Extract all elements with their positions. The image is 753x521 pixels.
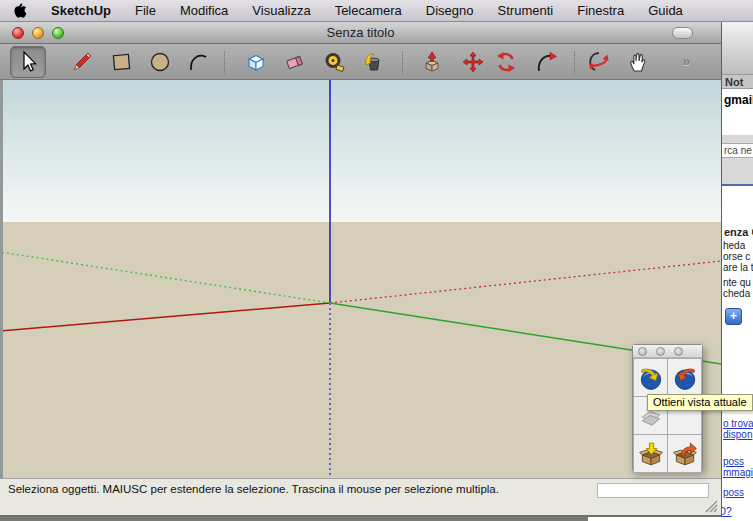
pencil-icon [70, 50, 94, 74]
menu-bar: SketchUp File Modifica Visualizza Teleca… [0, 0, 753, 22]
bw-text-line: orse c [723, 251, 750, 262]
bw-link[interactable]: poss [723, 456, 744, 467]
bw-text-line: are la t [723, 262, 753, 273]
background-browser-toolbar [722, 135, 753, 143]
menu-item-strumenti[interactable]: Strumenti [498, 3, 554, 18]
menu-item-visualizza[interactable]: Visualizza [252, 3, 310, 18]
bw-link[interactable]: poss [723, 487, 744, 498]
move-icon [461, 50, 485, 74]
eraser-icon [284, 50, 308, 74]
tooltip: Ottieni vista attuale [647, 394, 753, 411]
background-browser-search-field[interactable]: rca ne [722, 143, 753, 158]
background-browser-tab[interactable]: Not [722, 75, 753, 89]
status-message: Seleziona oggetti. MAIUSC per estendere … [8, 483, 553, 497]
background-browser-bar [722, 158, 753, 184]
tool-follow-me[interactable] [530, 47, 562, 77]
circle-icon [148, 50, 172, 74]
drawing-canvas[interactable] [0, 80, 721, 478]
globe-orange-arrow-icon [672, 365, 698, 391]
menu-item-telecamera[interactable]: Telecamera [335, 3, 402, 18]
menu-item-file[interactable]: File [135, 3, 156, 18]
tool-paint-bucket[interactable] [357, 47, 389, 77]
background-browser-chrome [722, 22, 753, 75]
tool-line[interactable] [66, 47, 98, 77]
bw-text-line: cheda [723, 288, 750, 299]
tool-move[interactable] [457, 47, 489, 77]
share-view-button[interactable] [668, 359, 701, 396]
bw-text-line: nte qu [723, 277, 751, 288]
bw-section-title: enza C [724, 226, 753, 238]
tool-push-pull[interactable] [416, 47, 448, 77]
toolbar-overflow-chevron[interactable]: » [682, 52, 688, 69]
desktop-bottom-strip [0, 517, 588, 521]
menu-item-sketchup[interactable]: SketchUp [51, 3, 111, 18]
push-pull-icon [420, 50, 444, 74]
sketchup-window: Senza titolo [0, 22, 722, 517]
arc-icon [186, 50, 210, 74]
window-left-edge [0, 80, 3, 478]
component-box-icon [244, 50, 268, 74]
toolbar: » [0, 44, 721, 80]
toolbar-divider [574, 51, 575, 74]
pan-hand-icon [626, 50, 650, 74]
tool-tape-measure[interactable] [318, 47, 350, 77]
get-models-button[interactable] [634, 435, 667, 472]
menu-item-guida[interactable]: Guida [648, 3, 683, 18]
paint-bucket-icon [361, 50, 385, 74]
tape-measure-icon [322, 50, 346, 74]
globe-yellow-arrow-icon [638, 365, 664, 391]
tool-pan[interactable] [622, 47, 654, 77]
resize-grip-icon[interactable] [703, 498, 719, 514]
tool-orbit[interactable] [583, 47, 615, 77]
menu-item-finestra[interactable]: Finestra [577, 3, 624, 18]
palette-close-button[interactable] [638, 347, 647, 356]
measurements-box[interactable] [597, 483, 709, 498]
toolbar-toggle-button[interactable] [672, 27, 693, 39]
rectangle-icon [110, 50, 134, 74]
title-bar[interactable]: Senza titolo [0, 22, 721, 44]
tool-make-component[interactable] [240, 47, 272, 77]
select-arrow-icon [16, 50, 40, 74]
background-browser-heading: gmail [722, 89, 753, 135]
menu-item-modifica[interactable]: Modifica [180, 3, 228, 18]
bw-add-button[interactable]: + [725, 308, 742, 325]
tool-select[interactable] [10, 46, 46, 78]
apple-menu[interactable] [14, 3, 27, 18]
tool-rotate[interactable] [490, 47, 522, 77]
apple-logo-icon [14, 3, 27, 18]
toolbar-divider [224, 51, 225, 74]
bw-text-line: heda [723, 240, 745, 251]
tool-circle[interactable] [144, 47, 176, 77]
toolbar-divider [402, 51, 403, 74]
drawing-axes [0, 80, 721, 478]
box-yellow-arrow-icon [638, 441, 664, 467]
share-model-button[interactable] [668, 435, 701, 472]
palette-grid [633, 358, 702, 473]
rotate-icon [494, 50, 518, 74]
orbit-icon [587, 50, 611, 74]
menu-item-disegno[interactable]: Disegno [426, 3, 474, 18]
bw-link[interactable]: dispon [723, 429, 752, 440]
palette-minimize-button[interactable] [656, 347, 665, 356]
palette-title-bar[interactable] [633, 345, 702, 358]
tool-rectangle[interactable] [106, 47, 138, 77]
follow-me-icon [534, 50, 558, 74]
window-title: Senza titolo [0, 25, 721, 40]
tool-eraser[interactable] [280, 47, 312, 77]
tool-arc[interactable] [182, 47, 214, 77]
bw-link[interactable]: mmagi [723, 467, 753, 478]
get-current-view-button[interactable] [634, 359, 667, 396]
palette-zoom-button[interactable] [674, 347, 683, 356]
bw-link[interactable]: o trova [723, 418, 753, 429]
status-bar: Seleziona oggetti. MAIUSC per estendere … [0, 478, 721, 515]
box-orange-arrow-icon [672, 441, 698, 467]
